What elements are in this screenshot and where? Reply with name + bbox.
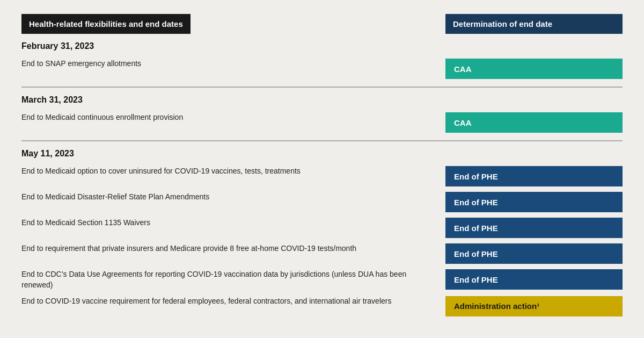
badge-2-2: End of PHE (445, 218, 623, 238)
item-text-span-2-3: End to requirement that private insurers… (21, 244, 356, 253)
date-label-2: May 11, 2023 (21, 149, 429, 161)
item-text-span-2-2: End to Medicaid Section 1135 Waivers (21, 218, 150, 227)
item-row-2-4: End to CDC’s Data Use Agreements for rep… (21, 269, 623, 290)
header-left-col: Health-related flexibilities and end dat… (21, 14, 429, 34)
badge-2-4: End of PHE (445, 269, 623, 290)
item-text-1-0: End to Medicaid continuous enrollment pr… (21, 112, 429, 123)
item-text-0-0: End to SNAP emergency allotments (21, 59, 429, 69)
table: Health-related flexibilities and end dat… (21, 14, 623, 323)
item-badge-container-1-0: CAA (429, 112, 623, 133)
item-badge-container-2-2: End of PHE (429, 218, 623, 238)
item-row-0-0: End to SNAP emergency allotmentsCAA (21, 59, 623, 79)
badge-2-5: Administration action¹ (445, 296, 623, 317)
item-text-span-2-4: End to CDC’s Data Use Agreements for rep… (21, 270, 406, 289)
item-row-2-0: End to Medicaid option to cover uninsure… (21, 166, 623, 186)
section-0: February 31, 2023End to SNAP emergency a… (21, 34, 623, 88)
item-row-2-1: End to Medicaid Disaster-Relief State Pl… (21, 192, 623, 212)
item-text-2-5: End to COVID-19 vaccine requirement for … (21, 296, 429, 307)
badge-2-1: End of PHE (445, 192, 623, 212)
date-label-1: March 31, 2023 (21, 95, 429, 107)
item-badge-container-2-0: End of PHE (429, 166, 623, 186)
section-1: March 31, 2023End to Medicaid continuous… (21, 88, 623, 141)
badge-1-0: CAA (445, 112, 623, 133)
date-heading-1: March 31, 2023 (21, 95, 419, 105)
item-badge-container-2-4: End of PHE (429, 269, 623, 290)
item-text-span-0-0: End to SNAP emergency allotments (21, 59, 141, 68)
item-text-span-1-0: End to Medicaid continuous enrollment pr… (21, 113, 183, 121)
item-text-2-3: End to requirement that private insurers… (21, 243, 429, 254)
badge-0-0: CAA (445, 59, 623, 79)
date-label-0: February 31, 2023 (21, 41, 429, 53)
item-row-2-3: End to requirement that private insurers… (21, 243, 623, 264)
item-text-span-2-5: End to COVID-19 vaccine requirement for … (21, 297, 391, 305)
item-badge-container-2-3: End of PHE (429, 243, 623, 264)
item-row-1-0: End to Medicaid continuous enrollment pr… (21, 112, 623, 133)
date-row-1: March 31, 2023 (21, 95, 623, 107)
item-row-2-2: End to Medicaid Section 1135 WaiversEnd … (21, 218, 623, 238)
item-text-2-0: End to Medicaid option to cover uninsure… (21, 166, 429, 177)
item-text-2-4: End to CDC’s Data Use Agreements for rep… (21, 269, 429, 290)
item-badge-container-2-5: Administration action¹ (429, 296, 623, 317)
header-left-label: Health-related flexibilities and end dat… (21, 14, 191, 34)
date-heading-0: February 31, 2023 (21, 41, 419, 51)
item-badge-container-0-0: CAA (429, 59, 623, 79)
header-right-label: Determination of end date (445, 14, 623, 34)
item-text-span-2-1: End to Medicaid Disaster-Relief State Pl… (21, 192, 209, 201)
item-text-2-1: End to Medicaid Disaster-Relief State Pl… (21, 192, 429, 203)
date-row-2: May 11, 2023 (21, 149, 623, 161)
header-row: Health-related flexibilities and end dat… (21, 14, 623, 34)
badge-2-3: End of PHE (445, 243, 623, 264)
date-heading-2: May 11, 2023 (21, 149, 419, 159)
badge-2-0: End of PHE (445, 166, 623, 186)
main-container: Health-related flexibilities and end dat… (11, 3, 633, 334)
section-2: May 11, 2023End to Medicaid option to co… (21, 141, 623, 323)
item-row-2-5: End to COVID-19 vaccine requirement for … (21, 296, 623, 317)
date-row-0: February 31, 2023 (21, 41, 623, 53)
sections-container: February 31, 2023End to SNAP emergency a… (21, 34, 623, 323)
item-badge-container-2-1: End of PHE (429, 192, 623, 212)
item-text-span-2-0: End to Medicaid option to cover uninsure… (21, 167, 301, 175)
item-text-2-2: End to Medicaid Section 1135 Waivers (21, 218, 429, 228)
header-right-col: Determination of end date (429, 14, 623, 34)
